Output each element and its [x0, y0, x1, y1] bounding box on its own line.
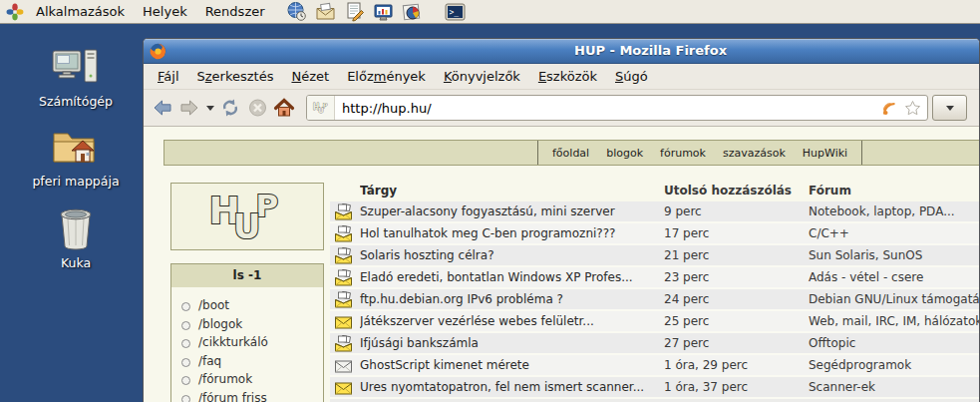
panel-menus: AlkalmazásokHelyekRendszer [27, 0, 274, 23]
header-subject: Tárgy [360, 184, 664, 198]
forum-link[interactable]: Scanner-ek [809, 380, 979, 394]
sidebar-link-5[interactable]: /fórumok [171, 370, 323, 389]
nav-link-fooldal[interactable]: főoldal [552, 147, 589, 160]
hup-logo-box[interactable]: HPU [170, 183, 324, 250]
terminal-launcher-icon[interactable]: >_ [445, 1, 467, 23]
panel-menu-places[interactable]: Helyek [134, 0, 196, 23]
panel-launchers: >_ [286, 1, 467, 23]
stop-button [244, 95, 270, 121]
forum-link[interactable]: C/C++ [809, 226, 979, 240]
menu-view[interactable]: Nézet [282, 64, 338, 89]
rss-feed-icon[interactable] [882, 101, 898, 116]
menu-help[interactable]: Súgó [606, 64, 657, 89]
window-titlebar[interactable]: HUP - Mozilla Firefox [144, 39, 979, 64]
computer-icon [18, 48, 134, 90]
forum-link[interactable]: Adás - vétel - csere [809, 270, 979, 284]
reload-button[interactable] [217, 95, 243, 121]
table-row: Játékszerver vezérlése webes felületr...… [330, 311, 979, 333]
menu-history[interactable]: Előzmények [338, 64, 435, 89]
topic-link[interactable]: Eladó eredeti, bontatlan Windows XP Prof… [360, 270, 664, 284]
table-row: Eladó eredeti, bontatlan Windows XP Prof… [330, 267, 979, 289]
open-envelope-icon [330, 225, 360, 242]
table-row: Solaris hoszting célra?21 percSun Solari… [330, 245, 979, 267]
nav-link-blogok[interactable]: blogok [606, 147, 643, 160]
menu-edit[interactable]: Szerkesztés [188, 64, 283, 89]
desktop-icon-label: Kuka [18, 255, 134, 270]
table-row: Ures nyomtatopatron, fel nem ismert scan… [330, 377, 979, 399]
back-button[interactable] [150, 95, 175, 121]
svg-text:U: U [318, 106, 324, 115]
web-browser-launcher-icon[interactable] [286, 1, 308, 23]
topic-link[interactable]: Solaris hoszting célra? [360, 248, 664, 262]
sidebar-link-1[interactable]: /boot [171, 296, 323, 315]
header-last-post: Utolsó hozzászólás [664, 184, 809, 198]
panel-menu-system[interactable]: Rendszer [196, 0, 274, 23]
sidebar-link-3[interactable]: /cikkturkáló [171, 333, 323, 352]
email-launcher-icon[interactable] [315, 1, 337, 23]
window-title: HUP - Mozilla Firefox [574, 43, 727, 58]
menu-tools[interactable]: Eszközök [529, 64, 606, 89]
last-post-time: 21 perc [664, 248, 809, 262]
presentation-launcher-icon[interactable] [373, 1, 395, 23]
nav-link-szavazasok[interactable]: szavazások [723, 147, 786, 160]
menu-bookmarks[interactable]: Könyvjelzők [435, 64, 529, 89]
forum-link[interactable]: Debian GNU/Linux támogatás [809, 292, 980, 306]
page-content: főoldalblogokfórumokszavazásokHupWiki HP… [144, 127, 979, 402]
url-bar[interactable]: HPU http://hup.hu/ [306, 95, 928, 121]
last-post-time: 1 óra, 37 perc [664, 380, 809, 394]
forum-link[interactable]: Segédprogramok [809, 358, 979, 372]
forum-link[interactable]: Notebook, laptop, PDA... [809, 204, 979, 218]
forum-link[interactable]: Offtopic [809, 336, 979, 350]
sidebar-link-2[interactable]: /blogok [171, 315, 323, 334]
desktop-icon-label: pferi mappája [18, 174, 134, 189]
table-row: Szuper-alacsony fogyasztású, mini szerve… [330, 201, 979, 223]
table-header-row: Tárgy Utolsó hozzászólás Fórum [330, 180, 979, 201]
url-text[interactable]: http://hup.hu/ [335, 101, 882, 116]
site-nav-links: főoldalblogokfórumokszavazásokHupWiki [537, 141, 862, 165]
gnome-main-menu-icon[interactable] [5, 2, 24, 21]
nav-link-hupwiki[interactable]: HupWiki [803, 147, 847, 160]
open-envelope-icon [330, 247, 360, 264]
topic-link[interactable]: Ures nyomtatopatron, fel nem ismert scan… [360, 380, 664, 394]
last-post-time: 9 perc [664, 204, 809, 218]
open-envelope-icon [330, 203, 360, 220]
site-top-bar: főoldalblogokfórumokszavazásokHupWiki [163, 140, 980, 166]
desktop-icon-home-folder[interactable]: pferi mappája [18, 126, 134, 189]
closed-envelope-icon [330, 313, 360, 330]
word-processor-launcher-icon[interactable] [344, 1, 366, 23]
last-post-time: 17 perc [664, 226, 809, 240]
chart-launcher-icon[interactable] [402, 1, 424, 23]
sidebar-link-6[interactable]: /fórum friss [171, 389, 323, 402]
site-favicon: HPU [307, 96, 335, 120]
topic-link[interactable]: GhostScript kimenet mérete [360, 358, 664, 372]
panel-menu-applications[interactable]: Alkalmazások [27, 0, 134, 23]
topic-link[interactable]: Szuper-alacsony fogyasztású, mini szerve… [360, 204, 664, 218]
bookmark-star-icon[interactable] [904, 100, 921, 116]
home-button[interactable] [271, 95, 297, 121]
last-post-time: 24 perc [664, 292, 809, 306]
last-post-time: 27 perc [664, 336, 809, 350]
sidebar-link-4[interactable]: /faq [171, 352, 323, 371]
url-history-dropdown[interactable] [932, 95, 967, 121]
nav-link-forumok[interactable]: fórumok [660, 147, 706, 160]
last-post-time: 23 perc [664, 270, 809, 284]
home-folder-icon [18, 126, 134, 170]
topic-link[interactable]: Játékszerver vezérlése webes felületr... [360, 314, 664, 328]
forward-button[interactable] [176, 95, 202, 121]
hup-logo: HPU [188, 185, 306, 248]
open-envelope-icon [330, 335, 360, 352]
browser-toolbar: HPU http://hup.hu/ [144, 90, 979, 127]
firefox-window: HUP - Mozilla Firefox FájlSzerkesztésNéz… [143, 38, 980, 402]
desktop-icon-trash[interactable]: Kuka [18, 205, 134, 270]
table-row: Hol tanulhatok meg C-ben programozni???1… [330, 223, 979, 245]
topic-link[interactable]: Ifjúsági bankszámla [360, 336, 664, 350]
header-forum: Fórum [809, 184, 979, 198]
forum-link[interactable]: Web, mail, IRC, IM, hálózatok [809, 314, 980, 328]
topic-link[interactable]: Hol tanulhatok meg C-ben programozni??? [360, 226, 664, 240]
topic-link[interactable]: ftp.hu.debian.org IPv6 probléma ? [360, 292, 664, 306]
menu-file[interactable]: Fájl [149, 64, 188, 89]
forum-link[interactable]: Sun Solaris, SunOS [809, 248, 979, 262]
history-dropdown-arrow-icon[interactable] [203, 95, 216, 121]
desktop-icon-computer[interactable]: Számítógép [18, 48, 134, 109]
sidebar-header: ls -1 [170, 263, 324, 288]
